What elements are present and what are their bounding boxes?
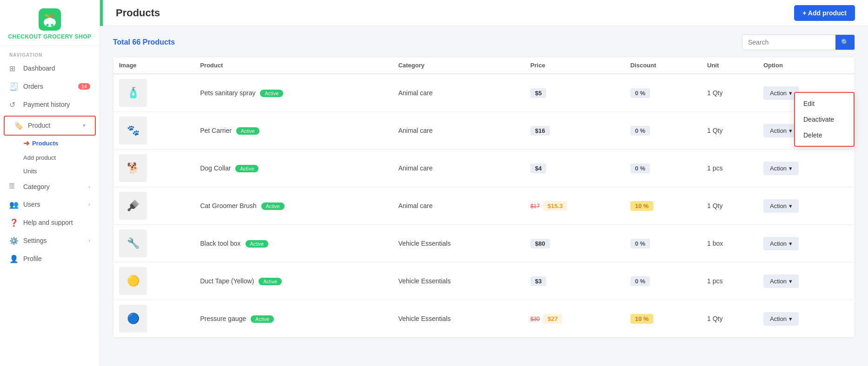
product-price-cell: $4 [525,150,625,187]
product-image-cell: 🧴 [113,74,194,112]
sidebar-item-profile[interactable]: 👤 Profile [0,250,99,268]
action-button[interactable]: Action ▾ [763,237,799,250]
sidebar-item-products[interactable]: ➜ Products [23,136,99,151]
product-name-cell: Black tool box Active [194,225,392,262]
discounted-price: $15.3 [543,201,568,211]
sidebar-item-help[interactable]: ❓ Help and support [0,214,99,232]
product-image-cell: 🐾 [113,112,194,150]
search-input[interactable] [742,35,835,49]
col-image: Image [113,57,194,74]
chevron-down-icon: ▾ [789,240,792,247]
brand-name: CHECKOUT GROCERY SHOP [8,33,91,41]
sub-nav-label: Products [32,140,58,147]
chevron-down-icon: ▾ [83,122,86,129]
col-unit: Unit [702,57,758,74]
action-button[interactable]: Action ▾ [763,312,799,326]
sidebar-item-orders[interactable]: 🧾 Orders 14 [0,78,99,96]
product-category-cell: Vehicle Essentials [393,262,525,300]
search-button[interactable]: 🔍 [835,35,855,50]
product-image: 🐾 [119,117,147,144]
sidebar-item-dashboard[interactable]: ⊞ Dashboard [0,59,99,78]
add-product-button[interactable]: + Add product [794,5,855,21]
product-price: $3 [530,276,546,286]
product-image-cell: 🔵 [113,300,194,338]
action-dropdown-menu: EditDeactivateDelete [794,92,855,147]
product-category-cell: Animal care [393,187,525,225]
table-row: 🪮Cat Groomer Brush ActiveAnimal care$17 … [113,187,855,225]
sidebar-item-add-product[interactable]: Add product [23,151,99,164]
discount-badge: 0 % [630,239,650,248]
product-image-cell: 🟡 [113,262,194,300]
product-price-cell: $3 [525,262,625,300]
product-discount-cell: 10 % [625,187,702,225]
discounted-price: $27 [543,314,563,324]
product-unit-cell: 1 box [702,225,758,262]
product-name-cell: Pressure gauge Active [194,300,392,338]
table-header-row: Image Product Category Price Discount Un… [113,57,855,74]
product-unit-cell: 1 Qty [702,74,758,112]
total-products-label: Total 66 Products [113,38,175,46]
chevron-down-icon: ▾ [789,315,792,322]
chevron-down-icon: ▾ [789,165,792,172]
product-action-cell: Action ▾EditDeactivateDelete [758,74,855,112]
product-price: $80 [530,239,550,248]
product-unit-cell: 1 Qty [702,112,758,150]
product-sub-nav: ➜ Products Add product Units [0,136,99,178]
sidebar-item-label: Orders [23,83,43,90]
product-image-cell: 🔧 [113,225,194,262]
product-name: Cat Groomer Brush [200,202,256,209]
sidebar-item-units[interactable]: Units [23,164,99,178]
action-button[interactable]: Action ▾ [763,274,799,288]
product-image-cell: 🐕 [113,150,194,187]
original-price: $17 [530,203,540,209]
users-icon: 👥 [9,200,19,209]
sidebar-item-label: Payment history [23,101,70,108]
svg-point-2 [46,24,49,26]
product-image-cell: 🪮 [113,187,194,225]
chevron-down-icon: ▾ [789,127,792,134]
product-discount-cell: 0 % [625,262,702,300]
main-content: Products + Add product Total 66 Products… [100,0,868,366]
dropdown-item-delete[interactable]: Delete [795,127,854,143]
action-button[interactable]: Action ▾ [763,199,799,213]
action-button[interactable]: Action ▾ [763,86,799,100]
chevron-down-icon: ▾ [789,90,792,97]
chevron-right-icon: › [88,201,90,208]
action-button[interactable]: Action ▾ [763,124,799,137]
table-body: 🧴Pets sanitary spray ActiveAnimal care$5… [113,74,855,338]
product-category-cell: Animal care [393,150,525,187]
product-unit-cell: 1 Qty [702,300,758,338]
product-price: $16 [530,126,550,136]
product-category-cell: Vehicle Essentials [393,225,525,262]
product-price-cell: $30 $27 [525,300,625,338]
sidebar-item-product[interactable]: 🏷️ Product ▾ [4,116,96,136]
product-price-cell: $17 $15.3 [525,187,625,225]
sidebar-item-settings[interactable]: ⚙️ Settings › [0,232,99,250]
dropdown-item-deactivate[interactable]: Deactivate [795,111,854,127]
table-row: 🟡Duct Tape (Yellow) ActiveVehicle Essent… [113,262,855,300]
product-unit-cell: 1 Qty [702,187,758,225]
sidebar-item-users[interactable]: 👥 Users › [0,196,99,214]
product-discount-cell: 0 % [625,225,702,262]
product-discount-cell: 0 % [625,74,702,112]
sidebar-logo: CHECKOUT GROCERY SHOP [0,0,99,46]
table-row: 🧴Pets sanitary spray ActiveAnimal care$5… [113,74,855,112]
topbar-wrapper: Products + Add product [100,0,868,26]
sidebar-item-category[interactable]: 𝄜 Category › [0,178,99,196]
settings-icon: ⚙️ [9,236,19,245]
table-row: 🐕Dog Collar ActiveAnimal care$40 %1 pcsA… [113,150,855,187]
table-row: 🐾Pet Carrier ActiveAnimal care$160 %1 Qt… [113,112,855,150]
product-name: Dog Collar [200,164,231,172]
product-image: 🐕 [119,154,147,182]
table-row: 🔵Pressure gauge ActiveVehicle Essentials… [113,300,855,338]
sidebar-item-payment-history[interactable]: ↺ Payment history [0,96,99,114]
product-name-cell: Pet Carrier Active [194,112,392,150]
products-table: Image Product Category Price Discount Un… [113,57,855,338]
status-badge: Active [236,127,259,135]
discount-badge: 10 % [630,314,654,324]
table-row: 🔧Black tool box ActiveVehicle Essentials… [113,225,855,262]
action-button[interactable]: Action ▾ [763,162,799,175]
svg-point-3 [51,24,53,26]
dropdown-item-edit[interactable]: Edit [795,96,854,111]
product-price: $4 [530,163,546,173]
